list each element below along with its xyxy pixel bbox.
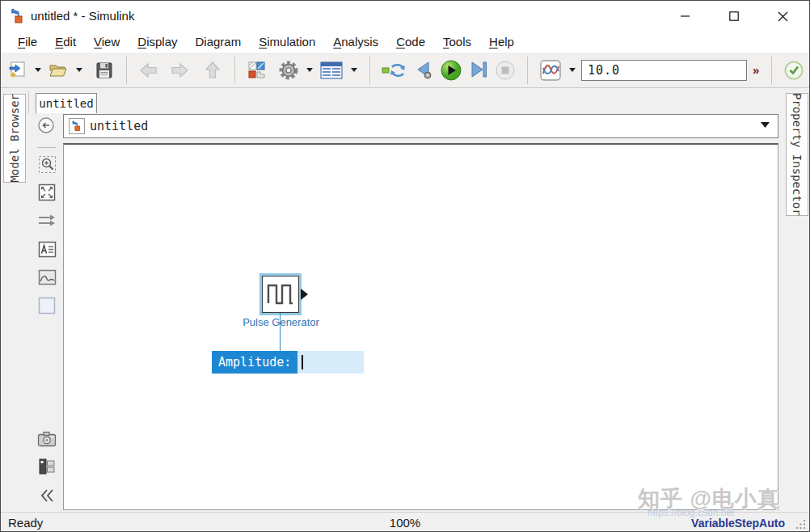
signal-arrows-icon bbox=[37, 213, 57, 229]
data-inspector-dropdown[interactable] bbox=[567, 59, 577, 82]
text-cursor bbox=[302, 355, 303, 369]
model-browser-panel-tab[interactable]: Model Browser bbox=[3, 94, 26, 183]
run-button[interactable] bbox=[439, 59, 463, 82]
pulse-generator-block[interactable] bbox=[262, 276, 299, 313]
stop-button[interactable] bbox=[494, 59, 517, 82]
model-browser-panel-label: Model Browser bbox=[8, 94, 21, 183]
fit-to-view-button[interactable] bbox=[37, 183, 57, 202]
step-back-button[interactable] bbox=[412, 59, 435, 82]
library-browser-button[interactable] bbox=[246, 59, 268, 82]
model-configuration-dropdown[interactable] bbox=[304, 59, 314, 82]
model-browser-view-button[interactable] bbox=[37, 457, 57, 476]
param-editor-input[interactable] bbox=[297, 351, 364, 374]
screenshot-button[interactable] bbox=[37, 429, 57, 449]
tab-untitled[interactable]: untitled bbox=[36, 93, 97, 113]
chevron-down-icon bbox=[76, 68, 82, 72]
menu-diagram[interactable]: Diagram bbox=[187, 33, 251, 51]
toolbar-separator bbox=[126, 57, 127, 84]
chevron-down-icon bbox=[351, 68, 357, 72]
route-signals-button[interactable] bbox=[37, 211, 57, 230]
toolbar-overflow-chevron[interactable]: » bbox=[751, 63, 761, 77]
save-icon bbox=[95, 61, 114, 80]
block-label[interactable]: Pulse Generator bbox=[234, 316, 328, 328]
step-forward-button[interactable] bbox=[467, 59, 490, 82]
simulink-window: untitled * - Simulink FileEditViewDispla… bbox=[0, 0, 810, 532]
new-model-button[interactable] bbox=[6, 59, 28, 82]
breadcrumb-dropdown-icon[interactable] bbox=[761, 122, 770, 128]
update-diagram-icon bbox=[382, 61, 407, 80]
param-editor-label: Amplitude: bbox=[212, 351, 297, 374]
run-play-icon bbox=[440, 59, 462, 82]
breadcrumb[interactable]: untitled bbox=[63, 114, 778, 138]
toolbar-separator bbox=[771, 57, 772, 84]
toolbar-separator bbox=[234, 57, 235, 84]
menu-tools[interactable]: Tools bbox=[434, 33, 480, 51]
stop-time-input[interactable] bbox=[581, 60, 747, 81]
pulse-generator-body[interactable] bbox=[262, 276, 299, 313]
zoom-icon bbox=[38, 155, 57, 174]
watermark-url: https://blog.csdn.net bbox=[648, 507, 734, 518]
property-inspector-panel-tab[interactable]: Property Inspector bbox=[786, 93, 808, 216]
annotation-icon bbox=[38, 241, 57, 258]
model-advisor-button[interactable] bbox=[783, 59, 805, 82]
update-diagram-button[interactable] bbox=[381, 59, 408, 82]
model-configuration-button[interactable] bbox=[277, 59, 300, 82]
area-box-button[interactable] bbox=[37, 296, 57, 315]
forward-arrow-icon bbox=[169, 61, 190, 80]
property-inspector-panel-label: Property Inspector bbox=[791, 93, 804, 216]
new-model-icon bbox=[7, 61, 27, 80]
collapse-palette-button[interactable] bbox=[37, 486, 57, 505]
menu-display[interactable]: Display bbox=[129, 33, 186, 51]
save-button[interactable] bbox=[93, 59, 116, 82]
open-dropdown[interactable] bbox=[74, 59, 84, 82]
double-chevron-left-icon bbox=[39, 488, 55, 503]
image-button[interactable] bbox=[37, 268, 57, 287]
close-button[interactable] bbox=[764, 1, 801, 32]
menu-file[interactable]: File bbox=[9, 33, 46, 51]
camera-icon bbox=[37, 431, 57, 447]
menu-simulation[interactable]: Simulation bbox=[250, 33, 324, 51]
annotation-button[interactable] bbox=[37, 239, 57, 259]
step-back-icon bbox=[414, 60, 433, 81]
toolbar-separator bbox=[527, 57, 528, 84]
open-button[interactable] bbox=[47, 59, 70, 82]
resize-grip[interactable] bbox=[796, 520, 806, 530]
chevron-down-icon bbox=[306, 68, 313, 72]
minimize-button[interactable] bbox=[667, 1, 704, 32]
model-data-editor-button[interactable] bbox=[319, 59, 344, 82]
title-bar: untitled * - Simulink bbox=[1, 1, 809, 32]
breadcrumb-model-name: untitled bbox=[90, 119, 148, 133]
toolbar-separator bbox=[369, 57, 370, 84]
menu-view[interactable]: View bbox=[85, 33, 129, 51]
model-canvas[interactable]: Pulse Generator Amplitude: bbox=[63, 143, 778, 510]
output-port-icon[interactable] bbox=[301, 289, 308, 300]
menu-edit[interactable]: Edit bbox=[46, 33, 85, 51]
menu-analysis[interactable]: Analysis bbox=[324, 33, 387, 51]
step-forward-icon bbox=[469, 60, 488, 81]
solver-setting[interactable]: VariableStepAuto bbox=[691, 517, 785, 530]
simulation-data-inspector-button[interactable] bbox=[538, 59, 563, 82]
open-folder-icon bbox=[49, 61, 68, 80]
main-toolbar: » bbox=[1, 53, 809, 88]
param-editor: Amplitude: bbox=[212, 351, 364, 374]
browser-panel-icon bbox=[38, 458, 56, 475]
library-browser-icon bbox=[247, 61, 267, 80]
breadcrumb-back-icon[interactable] bbox=[37, 116, 55, 134]
stop-icon bbox=[495, 60, 516, 81]
new-model-dropdown[interactable] bbox=[32, 59, 43, 82]
model-data-editor-dropdown[interactable] bbox=[348, 59, 359, 82]
back-button[interactable] bbox=[137, 59, 160, 82]
menu-code[interactable]: Code bbox=[387, 33, 434, 51]
zoom-tool-button[interactable] bbox=[37, 154, 57, 174]
up-to-parent-button[interactable] bbox=[201, 59, 224, 82]
menu-help[interactable]: Help bbox=[480, 33, 523, 51]
model-icon bbox=[69, 118, 85, 134]
check-circle-icon bbox=[783, 60, 804, 81]
menu-bar: FileEditViewDisplayDiagramSimulationAnal… bbox=[1, 32, 809, 53]
forward-button[interactable] bbox=[168, 59, 191, 82]
palette-separator bbox=[37, 147, 56, 148]
image-icon bbox=[38, 269, 57, 285]
simulink-app-icon bbox=[10, 8, 26, 24]
maximize-button[interactable] bbox=[715, 1, 753, 32]
back-arrow-icon bbox=[138, 61, 159, 80]
